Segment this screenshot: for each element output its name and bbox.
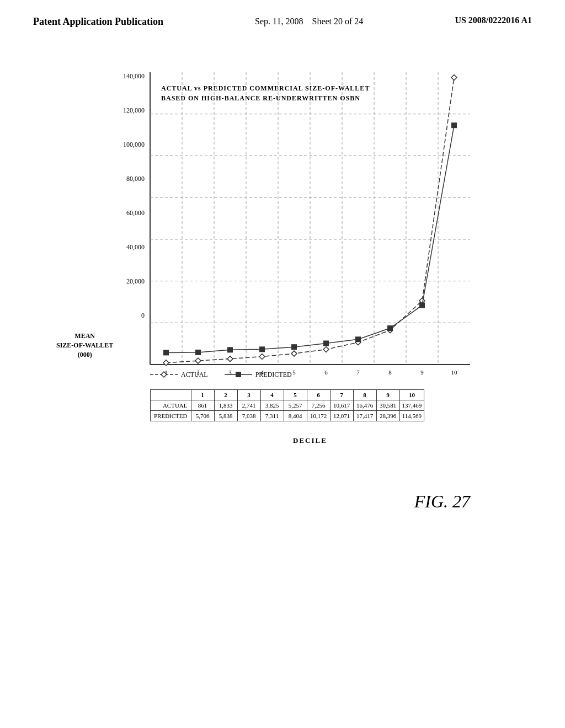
- svg-rect-28: [195, 350, 201, 355]
- predicted-val-3: 7,038: [237, 411, 260, 421]
- svg-rect-36: [451, 123, 457, 129]
- table-decile-row: 1 2 3 4 5 6 7 8 9 10: [151, 390, 424, 400]
- actual-val-1: 861: [191, 400, 214, 411]
- actual-val-6: 7,256: [307, 400, 330, 411]
- predicted-row-label: PREDICTED: [151, 411, 191, 421]
- decile-9: 9: [376, 390, 399, 400]
- svg-marker-19: [227, 356, 233, 362]
- svg-text:7: 7: [356, 369, 360, 376]
- decile-5: 5: [284, 390, 307, 400]
- predicted-val-2: 5,838: [214, 411, 237, 421]
- chart-container: ACTUAL vs PREDICTED COMMERCIAL SIZE-OF-W…: [40, 39, 525, 563]
- decile-header-cell: [151, 390, 191, 400]
- svg-marker-20: [259, 354, 265, 360]
- actual-val-2: 1,833: [214, 400, 237, 411]
- svg-marker-21: [291, 351, 297, 356]
- svg-marker-48: [161, 372, 167, 377]
- predicted-val-6: 10,172: [307, 411, 330, 421]
- svg-marker-22: [323, 347, 329, 352]
- decile-7: 7: [330, 390, 353, 400]
- decile-label: DECILE: [150, 436, 470, 445]
- svg-rect-31: [291, 345, 297, 350]
- y-label-80k: 80,000: [106, 175, 145, 209]
- predicted-val-10: 114,569: [399, 411, 424, 421]
- page-header: Patent Application Publication Sep. 11, …: [0, 0, 565, 34]
- actual-legend-label: ACTUAL: [181, 371, 208, 379]
- actual-val-8: 16,476: [353, 400, 376, 411]
- decile-3: 3: [237, 390, 260, 400]
- predicted-val-9: 28,396: [376, 411, 399, 421]
- y-label-20k: 20,000: [106, 277, 145, 312]
- svg-rect-29: [227, 347, 233, 353]
- svg-marker-26: [451, 75, 457, 81]
- patent-number: US 2008/0222016 A1: [455, 15, 532, 25]
- decile-8: 8: [353, 390, 376, 400]
- svg-text:5: 5: [292, 369, 296, 376]
- publication-title: Patent Application Publication: [33, 15, 163, 28]
- table-actual-row: ACTUAL 861 1,833 2,741 3,825 5,257 7,256…: [151, 400, 424, 411]
- data-table: 1 2 3 4 5 6 7 8 9 10 ACTUAL 861 1,833 2,…: [150, 389, 424, 421]
- chart-legend: ACTUAL PREDICTED: [150, 370, 292, 379]
- svg-text:8: 8: [388, 369, 392, 376]
- predicted-val-4: 7,311: [260, 411, 284, 421]
- svg-text:9: 9: [420, 369, 424, 376]
- y-label-0: 0: [106, 312, 145, 328]
- y-label-140k: 140,000: [106, 72, 145, 106]
- svg-rect-32: [323, 341, 329, 346]
- fig-label: FIG. 27: [414, 491, 470, 512]
- decile-2: 2: [214, 390, 237, 400]
- svg-rect-27: [163, 350, 169, 356]
- y-label-60k: 60,000: [106, 209, 145, 243]
- svg-text:6: 6: [324, 369, 328, 376]
- predicted-val-8: 17,417: [353, 411, 376, 421]
- table-predicted-row: PREDICTED 5,706 5,838 7,038 7,311 8,404 …: [151, 411, 424, 421]
- y-label-120k: 120,000: [106, 106, 145, 141]
- svg-marker-18: [195, 358, 201, 363]
- svg-rect-35: [419, 303, 425, 308]
- predicted-val-5: 8,404: [284, 411, 307, 421]
- chart-svg: 1 2 3 4 5 6 7 8 9 10: [150, 72, 470, 381]
- svg-rect-33: [355, 337, 361, 342]
- actual-val-9: 30,581: [376, 400, 399, 411]
- predicted-legend-label: PREDICTED: [255, 371, 292, 379]
- svg-rect-34: [387, 325, 393, 331]
- decile-10: 10: [399, 390, 424, 400]
- predicted-val-7: 12,071: [330, 411, 353, 421]
- y-label-100k: 100,000: [106, 141, 145, 175]
- svg-text:10: 10: [451, 369, 458, 376]
- actual-val-5: 5,257: [284, 400, 307, 411]
- date-sheet: Sep. 11, 2008 Sheet 20 of 24: [255, 15, 363, 28]
- predicted-legend: PREDICTED: [225, 370, 292, 379]
- svg-rect-50: [236, 372, 241, 377]
- actual-val-7: 10,617: [330, 400, 353, 411]
- decile-1: 1: [191, 390, 214, 400]
- actual-legend: ACTUAL: [150, 370, 208, 379]
- y-axis-sub-label: MEANSIZE-OF-WALLET(000): [56, 331, 113, 359]
- actual-val-3: 2,741: [237, 400, 260, 411]
- decile-4: 4: [260, 390, 284, 400]
- actual-val-10: 137,469: [399, 400, 424, 411]
- svg-rect-30: [259, 347, 265, 352]
- predicted-val-1: 5,706: [191, 411, 214, 421]
- y-axis-labels: 140,000 120,000 100,000 80,000 60,000 40…: [106, 72, 145, 328]
- decile-6: 6: [307, 390, 330, 400]
- y-label-40k: 40,000: [106, 243, 145, 277]
- predicted-legend-icon: [225, 370, 252, 379]
- actual-row-label: ACTUAL: [151, 400, 191, 411]
- actual-val-4: 3,825: [260, 400, 284, 411]
- actual-legend-icon: [150, 370, 178, 379]
